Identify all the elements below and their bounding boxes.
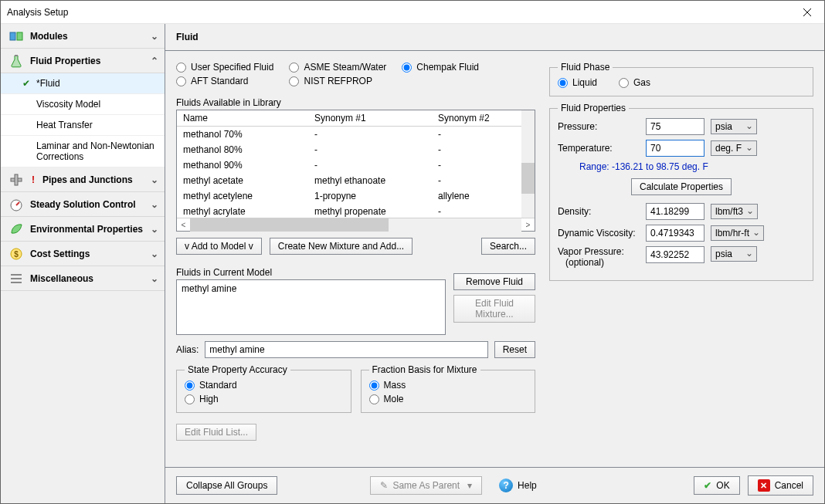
dyn-viscosity-unit-select[interactable]: lbm/hr-ft <box>711 225 764 241</box>
edit-mixture-button: Edit Fluid Mixture... <box>453 295 535 323</box>
radio-accuracy-high[interactable]: High <box>185 394 343 404</box>
temperature-unit-select[interactable]: deg. F <box>711 140 757 156</box>
sidebar-group-cost-settings[interactable]: $ Cost Settings ⌄ <box>1 242 165 266</box>
help-button[interactable]: ? Help <box>490 475 546 496</box>
sidebar-item-viscosity-model[interactable]: Viscosity Model <box>1 94 165 115</box>
grid-row[interactable]: methyl acetylene1-propyneallylene <box>177 188 521 204</box>
radio-user-specified[interactable]: User Specified Fluid <box>176 62 273 73</box>
sidebar-item-laminar-corrections[interactable]: Laminar and Non-Newtonian Corrections <box>1 136 165 167</box>
pipes-icon <box>8 172 24 188</box>
create-mixture-button[interactable]: Create New Mixture and Add... <box>270 238 413 255</box>
grid-row[interactable]: methanol 90%-- <box>177 157 521 173</box>
sidebar-group-modules[interactable]: Modules ⌄ <box>1 24 165 49</box>
collapse-groups-button[interactable]: Collapse All Groups <box>176 476 277 495</box>
sidebar-group-steady-solution[interactable]: Steady Solution Control ⌄ <box>1 192 165 217</box>
chevron-down-icon: ⌄ <box>151 174 158 185</box>
main-panel: Fluid User Specified Fluid ASME Steam/Wa… <box>165 24 824 503</box>
svg-rect-4 <box>15 55 18 56</box>
density-input[interactable] <box>646 203 704 220</box>
chevron-down-icon: ⌄ <box>151 199 158 210</box>
sidebar-group-environmental[interactable]: Environmental Properties ⌄ <box>1 217 165 242</box>
sidebar-group-label: Modules <box>30 31 68 42</box>
radio-chempak[interactable]: Chempak Fluid <box>402 62 479 73</box>
close-button[interactable] <box>789 1 824 23</box>
cancel-icon: ✕ <box>758 479 770 492</box>
calculate-properties-button[interactable]: Calculate Properties <box>631 178 732 195</box>
grid-row[interactable]: methanol 70%-- <box>177 127 521 142</box>
sidebar-group-label: Cost Settings <box>30 249 90 259</box>
library-label: Fluids Available in Library <box>176 97 535 108</box>
fluid-library-grid[interactable]: Name Synonym #1 Synonym #2 methanol 70%-… <box>176 110 535 232</box>
titlebar: Analysis Setup <box>1 1 824 24</box>
library-buttons: v Add to Model v Create New Mixture and … <box>176 238 535 255</box>
sidebar-group-fluid-properties[interactable]: Fluid Properties ⌃ <box>1 49 165 73</box>
current-model-label: Fluids in Current Model <box>176 267 446 278</box>
svg-rect-3 <box>17 32 22 40</box>
window-title: Analysis Setup <box>7 7 789 18</box>
radio-accuracy-standard[interactable]: Standard <box>185 380 343 391</box>
grid-body: methanol 70%-- methanol 80%-- methanol 9… <box>177 127 535 218</box>
edit-fluid-list-button: Edit Fluid List... <box>176 424 256 441</box>
sidebar-subitems: ✔ *Fluid Viscosity Model Heat Transfer L… <box>1 73 165 167</box>
add-to-model-button[interactable]: v Add to Model v <box>176 238 262 255</box>
sidebar-group-label: Steady Solution Control <box>30 199 136 210</box>
current-model-list[interactable]: methyl amine <box>176 279 446 335</box>
chevron-up-icon: ⌃ <box>151 56 158 66</box>
horizontal-scrollbar[interactable]: < > <box>177 218 535 231</box>
grid-row[interactable]: methyl acetatemethyl ethanoate- <box>177 173 521 188</box>
remove-fluid-button[interactable]: Remove Fluid <box>453 273 535 290</box>
fluid-properties-group: Fluid Properties Pressure: psia Temperat… <box>549 103 813 281</box>
radio-nist-refprop[interactable]: NIST REFPROP <box>289 76 372 86</box>
grid-row[interactable]: methanol 80%-- <box>177 142 521 157</box>
col-header-name[interactable]: Name <box>183 113 314 123</box>
grid-row[interactable]: methyl acrylatemethyl propenate- <box>177 204 521 218</box>
svg-rect-2 <box>10 32 15 40</box>
modules-icon <box>8 29 24 44</box>
gauge-icon <box>8 197 24 212</box>
col-header-syn1[interactable]: Synonym #1 <box>314 113 438 123</box>
radio-phase-gas[interactable]: Gas <box>619 77 650 88</box>
grid-header: Name Synonym #1 Synonym #2 <box>177 110 535 127</box>
left-column: User Specified Fluid ASME Steam/Water Ch… <box>176 62 535 456</box>
chevron-down-icon: ⌄ <box>151 249 158 259</box>
temperature-input[interactable] <box>646 140 704 157</box>
radio-asme[interactable]: ASME Steam/Water <box>289 62 386 73</box>
scroll-right-icon[interactable]: > <box>521 218 535 232</box>
radio-fraction-mass[interactable]: Mass <box>369 380 528 391</box>
search-button[interactable]: Search... <box>481 238 535 255</box>
svg-rect-11 <box>11 274 22 276</box>
radio-fraction-mole[interactable]: Mole <box>369 394 528 404</box>
sidebar-item-fluid[interactable]: ✔ *Fluid <box>1 73 165 94</box>
pressure-unit-select[interactable]: psia <box>711 119 757 134</box>
ok-button[interactable]: ✔ OK <box>694 476 739 495</box>
temperature-range: Range: -136.21 to 98.75 deg. F <box>579 161 805 172</box>
radio-phase-liquid[interactable]: Liquid <box>558 77 597 88</box>
sidebar-item-heat-transfer[interactable]: Heat Transfer <box>1 115 165 136</box>
pressure-label: Pressure: <box>558 121 640 132</box>
vapor-pressure-input[interactable] <box>646 246 704 263</box>
cancel-button[interactable]: ✕ Cancel <box>748 475 813 496</box>
scroll-left-icon[interactable]: < <box>177 218 190 232</box>
dyn-viscosity-input[interactable] <box>646 225 704 242</box>
radio-aft-standard[interactable]: AFT Standard <box>176 76 248 86</box>
alias-input[interactable] <box>205 341 487 358</box>
sidebar-group-pipes-junctions[interactable]: ! Pipes and Junctions ⌄ <box>1 167 165 192</box>
page-title: Fluid <box>165 24 824 51</box>
pencil-icon: ✎ <box>380 480 388 491</box>
vapor-pressure-unit-select[interactable]: psia <box>711 246 757 262</box>
alert-icon: ! <box>32 174 35 185</box>
fluid-source-row1: User Specified Fluid ASME Steam/Water Ch… <box>176 62 535 73</box>
help-icon: ? <box>499 479 513 492</box>
pressure-input[interactable] <box>646 118 704 135</box>
density-unit-select[interactable]: lbm/ft3 <box>711 204 758 219</box>
col-header-syn2[interactable]: Synonym #2 <box>438 113 528 123</box>
reset-button[interactable]: Reset <box>494 341 535 358</box>
fluid-phase-legend: Fluid Phase <box>558 62 613 73</box>
sidebar-group-label: Environmental Properties <box>30 224 143 235</box>
check-icon: ✔ <box>22 78 30 89</box>
vertical-scrollbar[interactable] <box>521 110 535 218</box>
chevron-down-icon: ⌄ <box>151 273 158 284</box>
list-item[interactable]: methyl amine <box>182 283 440 294</box>
sidebar-group-miscellaneous[interactable]: Miscellaneous ⌄ <box>1 266 165 291</box>
alias-label: Alias: <box>176 344 199 355</box>
